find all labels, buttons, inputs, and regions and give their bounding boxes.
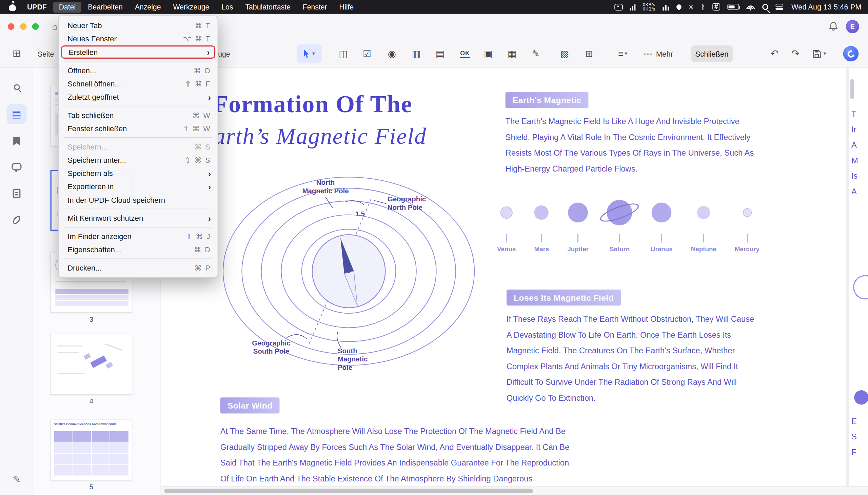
section-text-loses-field[interactable]: If These Rays Reach The Earth Without Ob…: [507, 311, 759, 406]
tool-organize-pages-button[interactable]: ⊞: [579, 45, 598, 63]
planet-uranus: Uranus: [651, 191, 673, 253]
thumbnail-page-5[interactable]: Satellite Communications And Power Grids: [51, 420, 133, 481]
notification-bell-button[interactable]: [828, 21, 838, 34]
chevron-down-icon: ▾: [625, 51, 627, 56]
account-avatar[interactable]: E: [846, 20, 859, 33]
menubar-app-name[interactable]: UPDF: [22, 1, 52, 13]
magnetic-field-diagram[interactable]: North Magnetic Pole Geographic North Pol…: [205, 160, 493, 387]
save-button[interactable]: ▾: [807, 45, 831, 63]
redo-button[interactable]: ↷: [786, 45, 805, 63]
planet-tick: [541, 234, 542, 242]
sidebar-pen-button[interactable]: ✎: [7, 469, 27, 489]
tool-align-button[interactable]: ≡ ▾: [610, 45, 635, 63]
tool-reader-view-button[interactable]: ◫: [334, 45, 353, 63]
menubar-menu-fenster[interactable]: Fenster: [297, 1, 333, 13]
menu-item-erstellen[interactable]: Erstellen ›: [61, 46, 216, 59]
submenu-arrow-icon: ›: [207, 48, 210, 56]
keypad-icon[interactable]: #: [712, 3, 720, 11]
menu-item-speichern-unter[interactable]: Speichern unter... ⇧ ⌘ S: [59, 153, 218, 167]
menu-item-updf-cloud-speichern[interactable]: In der UPDF Cloud speichern: [59, 193, 218, 206]
horizontal-scrollbar-thumb[interactable]: [165, 489, 533, 493]
menu-item-tab-schliessen[interactable]: Tab schließen ⌘ W: [59, 108, 218, 122]
menubar-menu-datei[interactable]: Datei: [53, 1, 81, 13]
tool-signature-button[interactable]: ✎: [527, 45, 546, 63]
vertical-scrollbar-thumb[interactable]: [850, 79, 854, 99]
menu-item-oeffnen[interactable]: Öffnen... ⌘ O: [59, 64, 218, 77]
sidebar-attachment-button[interactable]: [7, 210, 27, 230]
wifi-icon[interactable]: [746, 4, 755, 11]
control-center-icon[interactable]: [776, 4, 783, 10]
sidebar-bookmark-button[interactable]: [7, 131, 27, 151]
next-page-edge[interactable]: T Ir A M Is A E S F: [849, 67, 868, 495]
ai-assistant-button[interactable]: [843, 46, 859, 62]
menu-item-speichern-als[interactable]: Speichern als ›: [59, 167, 218, 180]
menu-item-exportieren-in[interactable]: Exportieren in ›: [59, 180, 218, 193]
tool-annotate-button[interactable]: ▤: [431, 45, 449, 63]
close-window-button[interactable]: [8, 23, 15, 30]
section-badge-loses-field[interactable]: Loses Its Magnetic Field: [507, 290, 621, 306]
menubar-clock[interactable]: Wed Aug 13 5:46 PM: [792, 3, 861, 11]
section-badge-solar-wind[interactable]: Solar Wind: [220, 397, 280, 413]
spotlight-search-icon[interactable]: [762, 4, 768, 10]
planet-circle: [652, 203, 672, 223]
home-icon[interactable]: ⌂: [52, 22, 57, 32]
activity-chart-icon[interactable]: [630, 4, 635, 11]
screenshot-app-icon[interactable]: [614, 4, 623, 11]
battery-icon[interactable]: [727, 4, 739, 10]
sidebar-comment-button[interactable]: [7, 157, 27, 177]
chevron-down-icon: ▾: [823, 51, 826, 56]
more-tools-button[interactable]: ⋯ Mehr: [638, 45, 678, 63]
document-tab-partial-label[interactable]: uge: [218, 50, 230, 58]
planet-tick: [577, 234, 578, 242]
horizontal-scrollbar-track[interactable]: [160, 486, 868, 495]
menubar-menu-los[interactable]: Los: [216, 1, 239, 13]
menubar-menu-tabulatortaste[interactable]: Tabulatortaste: [240, 1, 296, 13]
panel-grid-icon[interactable]: ⊞: [7, 45, 26, 63]
section-badge-earths-magnetic[interactable]: Earth's Magnetic: [506, 92, 589, 108]
tool-select-button[interactable]: ▾: [297, 45, 322, 63]
apple-menu-icon[interactable]: [9, 3, 16, 11]
tool-ocr-button[interactable]: OK: [456, 45, 475, 63]
bluetooth-icon[interactable]: ᛒ: [701, 4, 705, 11]
sidebar-file-button[interactable]: [7, 183, 27, 203]
menubar-menu-bearbeiten[interactable]: Bearbeiten: [82, 1, 128, 13]
menubar-menus: UPDF Datei Bearbeiten Anzeige Werkzeuge …: [7, 1, 359, 13]
planets-figure[interactable]: Venus Mars Jupiter Saturn Uranus Neptune: [497, 191, 760, 253]
next-page-text-fragment: E: [851, 417, 857, 426]
tool-table-button[interactable]: ▦: [503, 45, 522, 63]
undo-button[interactable]: ↶: [765, 45, 784, 63]
menu-item-neuer-tab[interactable]: Neuer Tab ⌘ T: [59, 19, 218, 32]
stats-widget-icon[interactable]: [662, 4, 669, 11]
close-document-button[interactable]: Schließen: [691, 46, 733, 62]
menu-item-im-finder-anzeigen[interactable]: Im Finder anzeigen ⇧ ⌘ J: [59, 230, 218, 243]
menu-item-drucken[interactable]: Drucken... ⌘ P: [59, 261, 218, 275]
bell-icon: [828, 21, 838, 32]
sidebar-search-button[interactable]: [7, 77, 27, 97]
save-icon: [812, 49, 822, 58]
section-text-earths-magnetic[interactable]: The Earth's Magnetic Field Is Like A Hug…: [506, 114, 756, 177]
menu-item-mit-kennwort-schuetzen[interactable]: Mit Kennwort schützen ›: [59, 211, 218, 225]
menubar-menu-anzeige[interactable]: Anzeige: [129, 1, 166, 13]
network-speed-indicator[interactable]: 0KB/s 0KB/s: [643, 2, 655, 11]
minimize-window-button[interactable]: [20, 23, 27, 30]
menu-item-eigenschaften[interactable]: Eigenschaften... ⌘ D: [59, 243, 218, 256]
tool-comment-button[interactable]: ▥: [407, 45, 426, 63]
thumbnail-table: [54, 431, 129, 476]
sidebar-pages-button[interactable]: ▤: [7, 104, 27, 124]
tool-checkbox-button[interactable]: ☑: [358, 45, 377, 63]
menu-item-fenster-schliessen[interactable]: Fenster schließen ⇧ ⌘ W: [59, 122, 218, 135]
tool-record-button[interactable]: ◉: [382, 45, 402, 63]
asterisk-icon[interactable]: ✳: [688, 4, 694, 11]
droplet-icon[interactable]: [675, 3, 682, 11]
menu-item-schnell-oeffnen[interactable]: Schnell öffnen... ⇧ ⌘ F: [59, 77, 218, 90]
menubar-menu-werkzeuge[interactable]: Werkzeuge: [168, 1, 215, 13]
tool-image-button[interactable]: ▣: [479, 45, 498, 63]
menu-item-neues-fenster[interactable]: Neues Fenster ⌥ ⌘ T: [59, 32, 218, 46]
planet-saturn: Saturn: [607, 191, 632, 253]
zoom-window-button[interactable]: [32, 23, 39, 30]
thumbnail-page-4[interactable]: [51, 334, 133, 395]
section-text-solar-wind[interactable]: At The Same Time, The Atmosphere Will Al…: [220, 424, 574, 495]
tool-clipboard-button[interactable]: ▨: [556, 45, 574, 63]
menu-item-zuletzt-geoeffnet[interactable]: Zuletzt geöffnet ›: [59, 90, 218, 103]
menubar-menu-hilfe[interactable]: Hilfe: [334, 1, 359, 13]
